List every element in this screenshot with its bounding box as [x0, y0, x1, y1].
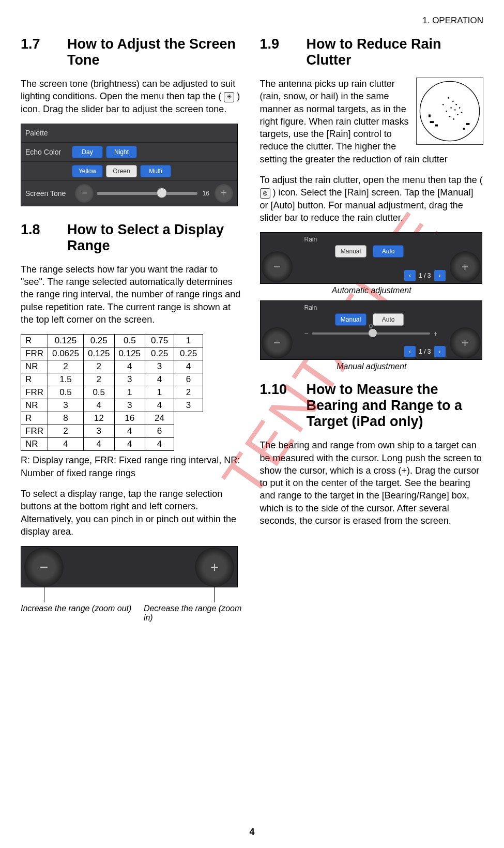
manual-caption: Manual adjustment [260, 362, 484, 371]
zoom-in-caption: Decrease the range (zoom in) [144, 604, 245, 623]
echo-green-button[interactable]: Green [106, 165, 137, 177]
svg-point-1 [448, 97, 449, 99]
right-column: 1.9 How to Reduce Rain Clutter [260, 36, 484, 633]
rain-clutter-image [416, 78, 483, 145]
pager-text: 1 / 3 [419, 348, 431, 355]
section-1-8-heading: 1.8 How to Select a Display Range [21, 222, 245, 254]
sec18-paragraph2: To select a display range, tap the range… [21, 488, 245, 538]
rain-label: Rain [304, 236, 317, 243]
sec17-text-a: The screen tone (brightness) can be adju… [21, 79, 235, 101]
section-title: How to Select a Display Range [67, 222, 245, 254]
svg-point-4 [450, 107, 452, 109]
zoom-out-knob[interactable]: − [75, 184, 94, 203]
palette-figure: Palette Echo Color Day Night Yellow Gree… [21, 124, 238, 206]
rain-manual-figure: − + Rain Manual Auto − + 0 ‹ 1 / 3 › [260, 300, 482, 360]
svg-point-5 [454, 109, 456, 111]
rain-label: Rain [304, 304, 317, 311]
rain-slider[interactable]: − + [304, 329, 438, 338]
next-page-button[interactable]: › [434, 346, 446, 357]
echo-day-button[interactable]: Day [72, 146, 103, 158]
sec19-text-a: To adjust the rain clutter, open the men… [260, 175, 483, 185]
section-title: How to Adjust the Screen Tone [67, 36, 245, 68]
display-range-table: R0.1250.250.50.751 FRR0.06250.1250.1250.… [21, 334, 203, 451]
range-buttons-figure: − + [21, 546, 238, 587]
svg-point-6 [446, 111, 447, 112]
echo-yellow-button[interactable]: Yellow [72, 165, 103, 177]
section-title: How to Reduce Rain Clutter [307, 36, 484, 68]
tone-value: 16 [203, 190, 209, 197]
svg-rect-16 [466, 123, 469, 125]
plus-icon: + [433, 329, 437, 338]
sec110-paragraph: The bearing and range from own ship to a… [260, 439, 484, 527]
rain-slider-value: 0 [261, 323, 482, 330]
screen-tone-label: Screen Tone [25, 189, 72, 198]
minus-icon: − [304, 329, 309, 338]
rain-manual-button[interactable]: Manual [335, 245, 366, 258]
prev-page-button[interactable]: ‹ [404, 270, 416, 281]
svg-point-2 [452, 101, 454, 102]
svg-point-10 [442, 104, 444, 105]
next-page-button[interactable]: › [434, 270, 446, 281]
rain-auto-button[interactable]: Auto [373, 245, 404, 258]
svg-rect-14 [435, 125, 438, 127]
section-1-10-heading: 1.10 How to Measure the Bearing and Rang… [260, 382, 484, 430]
svg-point-12 [461, 112, 463, 113]
rain-slider-thumb[interactable] [369, 329, 377, 337]
sec18-paragraph1: The range selects how far you want the r… [21, 263, 245, 326]
svg-point-8 [449, 116, 451, 117]
zoom-out-knob[interactable]: − [262, 327, 293, 358]
section-1-9-heading: 1.9 How to Reduce Rain Clutter [260, 36, 484, 68]
section-number: 1.10 [260, 382, 307, 398]
sec19-paragraph2: To adjust the rain clutter, open the men… [260, 174, 484, 224]
tone-slider[interactable] [97, 192, 197, 195]
palette-label: Palette [25, 129, 72, 137]
sec17-paragraph: The screen tone (brightness) can be adju… [21, 78, 245, 115]
page-number: 4 [0, 827, 504, 838]
pager-text: 1 / 3 [419, 272, 431, 279]
section-number: 1.8 [21, 222, 67, 238]
section-1-7-heading: 1.7 How to Adjust the Screen Tone [21, 36, 245, 68]
svg-rect-17 [463, 128, 465, 130]
zoom-in-knob[interactable]: + [450, 327, 481, 358]
zoom-out-caption: Increase the range (zoom out) [21, 604, 144, 623]
range-increase-button[interactable]: + [195, 548, 234, 587]
echo-night-button[interactable]: Night [106, 146, 137, 158]
svg-point-11 [459, 107, 461, 109]
settings-icon: ⊚ [260, 188, 270, 199]
prev-page-button[interactable]: ‹ [404, 346, 416, 357]
range-decrease-button[interactable]: − [24, 548, 64, 587]
section-number: 1.7 [21, 36, 67, 52]
callout-line-left [44, 587, 44, 602]
rain-auto-figure: − + Rain Manual Auto ‹ 1 / 3 › [260, 232, 482, 284]
svg-point-3 [456, 104, 457, 105]
svg-point-7 [457, 114, 459, 115]
echo-multi-button[interactable]: Multi [140, 165, 171, 177]
section-number: 1.9 [260, 36, 307, 52]
svg-rect-15 [429, 114, 431, 117]
svg-point-9 [453, 118, 454, 120]
brightness-icon: ☀ [224, 92, 234, 102]
zoom-in-knob[interactable]: + [215, 184, 233, 203]
svg-rect-13 [430, 121, 434, 123]
callout-line-right [214, 587, 215, 602]
left-column: 1.7 How to Adjust the Screen Tone The sc… [21, 36, 245, 633]
auto-caption: Automatic adjustment [260, 286, 484, 295]
svg-point-0 [420, 81, 479, 141]
chapter-header: 1. OPERATION [21, 16, 483, 26]
sec19-text-b: ) icon. Select the [Rain] screen. Tap th… [260, 187, 474, 223]
tone-slider-thumb[interactable] [157, 188, 167, 198]
section-title: How to Measure the Bearing and Range to … [307, 382, 484, 430]
echo-color-label: Echo Color [25, 148, 72, 156]
table-legend: R: Display range, FRR: Fixed range ring … [21, 454, 245, 479]
